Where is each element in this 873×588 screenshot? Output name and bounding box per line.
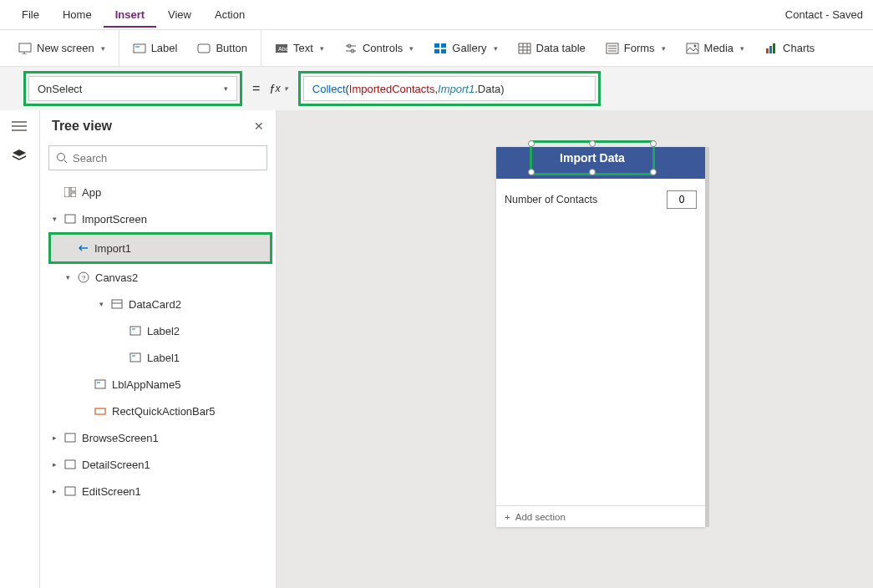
svg-point-34 [58,154,65,161]
tree-node-browsescreen1[interactable]: ▸ BrowseScreen1 [40,424,276,451]
tree-node-app[interactable]: App [40,179,276,205]
tree-label: DetailScreen1 [82,459,150,471]
chevron-down-icon: ▾ [662,44,666,53]
search-input[interactable] [48,145,267,170]
tree-node-importscreen[interactable]: ▾ ImportScreen [40,205,276,232]
charts-label: Charts [783,42,815,54]
tree-node-import1[interactable]: Import1 [51,235,270,261]
appbar-title: Import Data [560,151,625,165]
forms-icon [606,42,619,55]
new-screen-label: New screen [37,42,94,54]
tree-node-lblappname5[interactable]: LblAppName5 [40,371,276,398]
screen-icon [63,213,77,225]
resize-handle[interactable] [528,140,535,147]
tree-node-label2[interactable]: Label2 [40,317,276,344]
svg-rect-42 [112,300,122,308]
svg-rect-44 [130,327,140,335]
screen-icon [63,432,77,444]
forms-button[interactable]: Forms ▾ [596,30,676,66]
label-icon [133,42,146,55]
scrollbar[interactable] [705,147,709,527]
menu-view[interactable]: View [156,2,203,28]
svg-rect-0 [19,43,31,52]
tree-panel: Tree view ✕ App ▾ ImportScreen [40,110,277,588]
chevron-down-icon: ▾ [101,44,105,53]
tree-node-editscreen1[interactable]: ▸ EditScreen1 [40,478,276,504]
screen-icon [63,459,77,470]
button-icon [197,42,211,55]
svg-rect-14 [434,49,439,53]
chevron-down-icon: ▾ [224,84,228,93]
menu-insert[interactable]: Insert [104,2,156,28]
svg-rect-46 [130,353,140,362]
svg-rect-52 [65,460,75,469]
collapse-icon[interactable]: ▾ [50,215,58,223]
tree-node-canvas2[interactable]: ▾ ? Canvas2 [40,264,276,291]
formula-input-highlight: Collect(ImportedContacts,Import1.Data) [298,71,601,106]
tree-label: App [82,186,101,199]
controls-button[interactable]: Controls ▾ [334,30,424,66]
resize-handle[interactable] [528,169,535,175]
tree-label: BrowseScreen1 [82,432,159,444]
phone-preview[interactable]: Import Data Number of Contacts + Add sec… [496,147,705,527]
hamburger-icon[interactable] [12,120,28,134]
collapse-icon[interactable]: ▾ [97,300,105,308]
tree-node-rectquickactionbar5[interactable]: RectQuickActionBar5 [40,398,276,424]
label-icon [94,378,107,390]
svg-rect-28 [769,46,772,53]
expand-icon[interactable]: ▸ [50,460,58,469]
import-icon [76,242,89,254]
design-canvas[interactable]: Import Data Number of Contacts + Add sec… [277,110,873,588]
svg-rect-51 [65,433,75,442]
card-value-input[interactable] [667,190,697,209]
datatable-button[interactable]: Data table [508,30,596,66]
svg-rect-27 [766,48,769,53]
resize-handle[interactable] [650,140,657,147]
tree-label: RectQuickActionBar5 [112,405,216,418]
search-icon [56,152,68,164]
controls-icon [344,42,358,55]
menu-home[interactable]: Home [51,2,104,28]
gallery-button[interactable]: Gallery ▾ [424,30,507,66]
gallery-label: Gallery [452,42,486,54]
selected-label-control[interactable]: Import Data [532,144,652,171]
add-section-button[interactable]: + Add section [496,505,705,527]
expand-icon[interactable]: ▸ [50,487,58,495]
resize-handle[interactable] [589,169,596,175]
preview-datacard[interactable]: Number of Contacts [496,179,705,220]
search-field[interactable] [73,152,260,165]
svg-rect-48 [95,380,105,388]
tree-node-label1[interactable]: Label1 [40,344,276,371]
expand-icon[interactable]: ▸ [50,433,58,442]
label-button[interactable]: Label [123,30,188,66]
card-label: Number of Contacts [505,194,597,205]
svg-rect-38 [71,193,76,197]
tree-node-detailscreen1[interactable]: ▸ DetailScreen1 [40,451,276,478]
collapse-icon[interactable]: ▾ [63,273,72,281]
selection-highlight: Import Data [530,140,655,175]
resize-handle[interactable] [650,169,657,175]
text-button[interactable]: Abc Text ▾ [265,30,334,66]
add-section-label: Add section [515,512,566,522]
button-button[interactable]: Button [187,30,261,66]
doc-title: Contact - Saved [785,8,863,21]
tree-title: Tree view [52,119,112,134]
fx-icon[interactable]: fx▾ [270,82,287,96]
resize-handle[interactable] [589,140,596,147]
media-button[interactable]: Media ▾ [676,30,754,66]
menu-action[interactable]: Action [203,2,256,28]
preview-appbar[interactable]: Import Data [496,147,705,179]
charts-button[interactable]: Charts [754,30,825,66]
chevron-down-icon: ▾ [320,44,324,53]
label-icon [129,325,142,337]
tree-label: Label2 [147,325,180,337]
media-icon [686,42,699,55]
datatable-label: Data table [536,42,586,54]
layers-icon[interactable] [12,149,28,162]
tree-node-datacard2[interactable]: ▾ DataCard2 [40,291,276,317]
formula-input[interactable]: Collect(ImportedContacts,Import1.Data) [303,76,596,101]
new-screen-button[interactable]: New screen ▾ [8,30,119,66]
menu-file[interactable]: File [10,2,51,28]
close-icon[interactable]: ✕ [254,119,264,133]
property-selector[interactable]: OnSelect ▾ [28,76,237,101]
